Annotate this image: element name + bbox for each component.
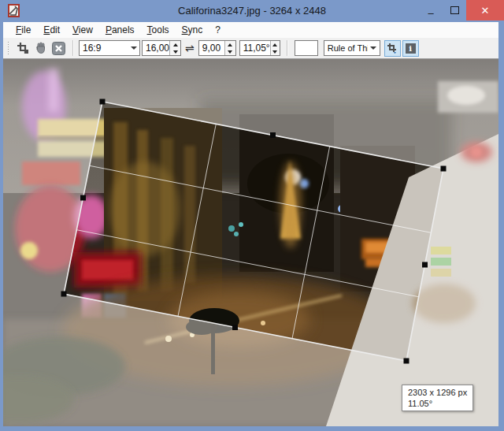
maximize-icon bbox=[450, 6, 459, 14]
crop-icon bbox=[17, 42, 29, 54]
spin-up-button[interactable] bbox=[170, 41, 180, 48]
crop-height-stepper[interactable]: 9,00 bbox=[198, 40, 236, 56]
menu-tools[interactable]: Tools bbox=[141, 23, 176, 37]
toolbar-separator bbox=[287, 40, 288, 56]
background-color-swatch[interactable] bbox=[295, 40, 318, 56]
grid-overlay-select[interactable]: Rule of Thirds bbox=[324, 40, 380, 56]
swap-dimensions-button[interactable]: ⇌ bbox=[183, 42, 197, 54]
photo-view bbox=[3, 59, 498, 426]
rotation-angle-value: 11,05° bbox=[240, 41, 270, 55]
info-icon: i bbox=[406, 43, 416, 54]
menu-bar: File Edit View Panels Tools Sync ? bbox=[3, 22, 498, 38]
toolbar: 16:9 16,00 ⇌ 9,00 11,05° bbox=[3, 38, 498, 59]
pan-tool-button[interactable] bbox=[32, 40, 49, 57]
chevron-down-icon bbox=[368, 46, 380, 50]
hand-icon bbox=[35, 42, 47, 54]
menu-help[interactable]: ? bbox=[209, 23, 227, 37]
cancel-crop-button[interactable] bbox=[50, 40, 67, 57]
crop-size-text: 2303 x 1296 px bbox=[408, 387, 467, 398]
close-button[interactable]: ✕ bbox=[466, 0, 504, 20]
crop-arrow-icon bbox=[387, 43, 398, 54]
crop-width-stepper[interactable]: 16,00 bbox=[142, 40, 181, 56]
spin-down-button[interactable] bbox=[225, 48, 235, 55]
rotation-angle-stepper[interactable]: 11,05° bbox=[239, 40, 280, 56]
crop-info-tooltip: 2303 x 1296 px 11.05° bbox=[402, 385, 473, 411]
auto-crop-toggle-button[interactable] bbox=[384, 40, 401, 57]
crop-tool-button[interactable] bbox=[14, 40, 31, 57]
minimize-button[interactable]: – bbox=[419, 0, 443, 20]
crop-handle-bottom-left[interactable] bbox=[61, 292, 67, 297]
crop-handle-bottom-right[interactable] bbox=[404, 359, 410, 364]
menu-edit[interactable]: Edit bbox=[37, 23, 66, 37]
title-bar[interactable]: Califorina3247.jpg - 3264 x 2448 – ✕ bbox=[0, 0, 504, 22]
info-overlay-toggle-button[interactable]: i bbox=[402, 40, 419, 57]
toolbar-separator bbox=[72, 40, 74, 56]
grid-overlay-value: Rule of Thirds bbox=[324, 43, 368, 53]
crop-height-value: 9,00 bbox=[199, 41, 224, 55]
crop-handle-top[interactable] bbox=[270, 132, 276, 138]
menu-file[interactable]: File bbox=[9, 23, 37, 37]
menu-view[interactable]: View bbox=[66, 23, 99, 37]
crop-angle-text: 11.05° bbox=[408, 398, 467, 409]
toolbar-gripper[interactable] bbox=[7, 41, 10, 55]
aspect-ratio-value: 16:9 bbox=[80, 43, 128, 54]
crop-handle-top-right[interactable] bbox=[441, 166, 447, 172]
menu-sync[interactable]: Sync bbox=[176, 23, 209, 37]
spin-down-button[interactable] bbox=[271, 48, 280, 55]
chevron-down-icon bbox=[128, 46, 139, 50]
aspect-ratio-select[interactable]: 16:9 bbox=[79, 40, 140, 56]
crop-handle-left[interactable] bbox=[80, 195, 86, 201]
menu-panels[interactable]: Panels bbox=[99, 23, 141, 37]
image-canvas[interactable]: 2303 x 1296 px 11.05° bbox=[3, 59, 498, 426]
crop-handle-right[interactable] bbox=[422, 262, 428, 268]
maximize-button[interactable] bbox=[443, 0, 466, 20]
crop-handle-top-left[interactable] bbox=[100, 99, 106, 105]
crop-width-value: 16,00 bbox=[143, 41, 169, 55]
spin-up-button[interactable] bbox=[271, 41, 280, 48]
close-x-icon bbox=[52, 42, 65, 55]
crop-handle-bottom[interactable] bbox=[232, 325, 238, 330]
app-window: Califorina3247.jpg - 3264 x 2448 – ✕ Fil… bbox=[0, 0, 504, 431]
spin-up-button[interactable] bbox=[225, 41, 235, 48]
spin-down-button[interactable] bbox=[170, 48, 180, 55]
